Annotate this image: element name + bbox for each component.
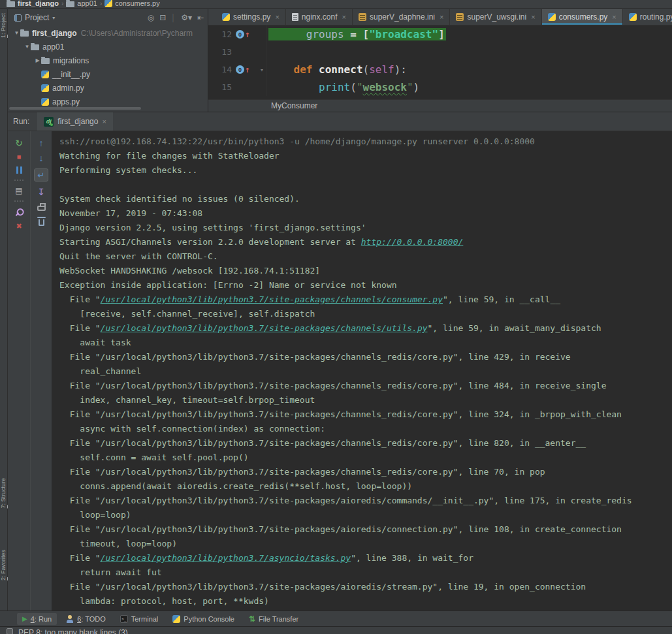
hide-icon[interactable]: ⇤ [197, 13, 204, 22]
bookmark-0-icon[interactable]: 0 [236, 30, 244, 39]
editor-tab-superV_uwsgi.ini[interactable]: superV_uwsgi.ini× [450, 9, 541, 25]
toolwindow-button-todo[interactable]: 6: TODO [61, 613, 111, 625]
console-line: File "/usr/local/python3/lib/python3.7/s… [59, 407, 672, 422]
stripe-button-structure[interactable]: 7: Structure [0, 478, 8, 509]
breadcrumb-item-consumers.py[interactable]: consumers.py [104, 0, 159, 7]
console-line: conns.append(await aioredis.create_redis… [59, 479, 672, 494]
pin-icon[interactable] [12, 206, 25, 219]
pause-icon[interactable] [16, 166, 22, 174]
console-link[interactable]: /usr/local/python3/lib/python3.7/asyncio… [101, 553, 351, 563]
tree-item-app01[interactable]: ▼app01 [8, 40, 208, 54]
soft-wrap-toggle[interactable]: ↵ [34, 168, 48, 182]
folder-icon [41, 58, 50, 64]
toolwindow-button-label: Terminal [131, 615, 159, 623]
tree-item-migrations[interactable]: ▶migrations [8, 54, 208, 67]
settings-icon[interactable]: ⚙▾ [181, 13, 192, 22]
restore-layout-icon[interactable]: ▤ [15, 187, 22, 195]
console-line: November 17, 2019 - 07:43:08 [59, 206, 672, 221]
breadcrumb-item-first_django[interactable]: first_django [7, 0, 59, 7]
tree-item-label: migrations [53, 56, 89, 65]
toolwindow-button-label: 6: TODO [77, 615, 106, 623]
tree-item-apps.py[interactable]: apps.py [8, 95, 208, 108]
editor-tab-superV_daphne.ini[interactable]: superV_daphne.ini× [353, 9, 451, 25]
close-icon[interactable]: × [342, 13, 346, 21]
stripe-button-project[interactable]: 1: Project [0, 13, 8, 38]
console-link[interactable]: /usr/local/python3/lib/python3.7/site-pa… [101, 294, 443, 304]
close-icon[interactable]: × [102, 118, 106, 125]
code-token: "broadcast" [369, 28, 438, 40]
toolwindow-button-run[interactable]: ▶4: Run [17, 613, 57, 625]
tree-item-label: apps.py [52, 97, 80, 106]
toolwindow-button-python-console[interactable]: Python Console [167, 613, 240, 625]
close-icon[interactable]: × [440, 13, 443, 21]
text-file-icon [292, 13, 298, 21]
breadcrumb-class-name[interactable]: MyConsumer [271, 101, 317, 110]
collapse-all-icon[interactable]: ⊟ [159, 13, 166, 22]
python-file-icon [629, 13, 637, 21]
code-line: 120↑ groups = ["broadcast"] [208, 25, 672, 43]
editor-tab-consumers.py[interactable]: consumers.py× [542, 9, 623, 25]
run-console[interactable]: ssh://root@192.168.74.132:22/usr/bin/pyt… [52, 131, 672, 610]
editor-tab-nginx.conf[interactable]: nginx.conf× [286, 9, 353, 25]
stop-icon[interactable]: ■ [17, 153, 22, 161]
tree-expanded-arrow-icon[interactable]: ▼ [13, 30, 20, 36]
line-number: 13 [208, 47, 236, 57]
chevron-down-icon[interactable]: ▾ [52, 15, 55, 21]
run-tab-first-django[interactable]: dj first_django × [37, 112, 112, 131]
python-file-icon [172, 615, 180, 623]
down-icon[interactable]: ↓ [39, 153, 44, 163]
editor-tab-label: settings.py [233, 12, 270, 22]
console-line: index, channel_key, timeout=self.brpop_t… [59, 393, 672, 407]
close-icon[interactable]: ✖ [16, 223, 22, 230]
fold-marker-icon[interactable]: ▿ [258, 61, 266, 78]
console-text: File "/usr/local/python3/lib/python3.7/s… [59, 524, 622, 534]
toolwindow-button-label: 4: Run [31, 615, 52, 623]
close-icon[interactable]: × [275, 13, 279, 21]
code-token: def [294, 63, 313, 76]
python-file-icon [41, 98, 49, 106]
console-line: timeout, loop=loop) [59, 537, 672, 551]
tree-collapsed-arrow-icon[interactable]: ▶ [34, 57, 41, 63]
breadcrumb-label: app01 [77, 0, 97, 7]
console-link[interactable]: http://0.0.0.0:8000/ [361, 237, 464, 247]
code-token: ( [363, 63, 370, 76]
scroll-to-end-icon[interactable]: ↧ [37, 187, 45, 197]
code-token: " [357, 81, 363, 93]
editor-tab-routing.py[interactable]: routing.py× [623, 9, 672, 25]
tree-expanded-arrow-icon[interactable]: ▼ [24, 44, 31, 50]
toolbar-separator [14, 180, 24, 181]
breadcrumb-item-app01[interactable]: app01 [66, 0, 97, 7]
close-icon[interactable]: × [531, 13, 535, 21]
locate-icon[interactable]: ◎ [148, 13, 154, 22]
editor-tab-label: nginx.conf [302, 12, 338, 22]
console-line: Quit the server with CONTROL-C. [59, 249, 672, 264]
bookmark-0-icon[interactable]: 0 [236, 65, 244, 74]
close-icon[interactable]: × [612, 13, 616, 21]
stripe-button-favorites[interactable]: 2: Favorites★ [0, 550, 8, 580]
toolwindow-button-terminal[interactable]: >_Terminal [115, 613, 164, 625]
toolwindow-button-file-transfer[interactable]: ⇅File Transfer [244, 613, 304, 625]
soft-wrap-icon[interactable]: ↵ [38, 171, 45, 180]
console-line: File "/usr/local/python3/lib/python3.7/s… [59, 494, 672, 508]
console-line: File "/usr/local/python3/lib/python3.7/s… [59, 465, 672, 479]
console-line: await task [59, 336, 672, 350]
console-text: self.conn = await self.pool.pop() [59, 452, 249, 462]
inspection-status-icon[interactable] [7, 628, 13, 634]
console-line: Watching for file changes with StatReloa… [59, 149, 672, 163]
tree-item-admin.py[interactable]: admin.py [8, 81, 208, 95]
console-link[interactable]: /usr/local/python3/lib/python3.7/site-pa… [101, 323, 428, 333]
tree-item-first_django[interactable]: ▼first_djangoC:\Users\Administrator\Pych… [8, 26, 208, 40]
up-icon[interactable]: ↑ [39, 138, 44, 148]
console-text: File "/usr/local/python3/lib/python3.7/s… [59, 496, 632, 505]
code-area[interactable]: 120↑ groups = ["broadcast"]13140↑▿ def c… [208, 25, 672, 99]
gutter-arrow-up-icon[interactable]: ↑ [245, 30, 250, 39]
project-panel-title[interactable]: Project [25, 13, 49, 22]
clear-all-icon[interactable] [39, 219, 44, 226]
print-icon[interactable] [37, 206, 46, 211]
gutter-arrow-up-icon[interactable]: ↑ [245, 65, 250, 74]
console-line: async with self.connection(index) as con… [59, 422, 672, 436]
horizontal-scrollbar[interactable] [9, 107, 141, 110]
editor-tab-settings.py[interactable]: settings.py× [216, 9, 286, 25]
tree-item-__init__.py[interactable]: __init__.py [8, 67, 208, 81]
rerun-icon[interactable]: ↻ [15, 138, 23, 148]
